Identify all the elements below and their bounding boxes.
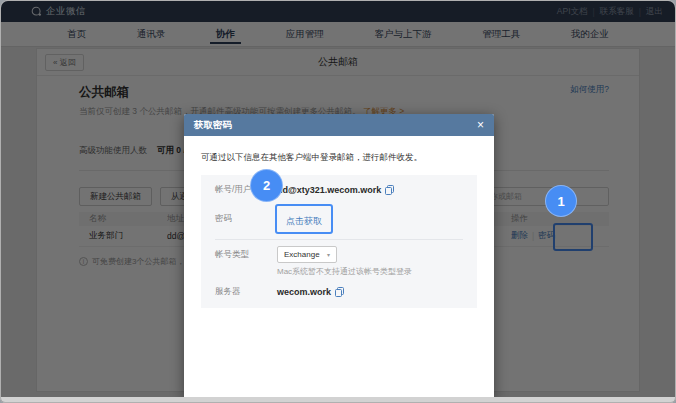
copy-icon[interactable]: [335, 287, 344, 297]
server-row: 服务器 wecom.work: [215, 286, 463, 298]
window-bottom-edge: [1, 397, 675, 402]
account-type-row: 帐号类型 Exchange ▾: [215, 246, 463, 263]
get-password-modal: 获取密码 × 可通过以下信息在其他客户端中登录邮箱，进行邮件收发。 帐号/用户名…: [184, 114, 494, 398]
close-icon[interactable]: ×: [477, 119, 484, 131]
modal-title: 获取密码: [194, 119, 232, 132]
annotation-box-step2: 点击获取: [275, 204, 333, 234]
password-row: 密码 点击获取: [215, 204, 463, 234]
divider: [215, 239, 463, 240]
password-label: 密码: [215, 213, 277, 225]
account-type-dropdown[interactable]: Exchange ▾: [277, 246, 337, 263]
modal-header: 获取密码 ×: [184, 114, 494, 136]
account-type-label: 帐号类型: [215, 249, 277, 261]
server-label: 服务器: [215, 286, 277, 298]
server-value: wecom.work: [277, 287, 331, 297]
annotation-step-2-badge: 2: [250, 169, 283, 202]
modal-intro-text: 可通过以下信息在其他客户端中登录邮箱，进行邮件收发。: [201, 152, 477, 164]
annotation-step-1-badge: 1: [545, 185, 577, 217]
copy-icon[interactable]: [385, 185, 394, 195]
chevron-down-icon: ▾: [327, 251, 330, 258]
mac-support-note: Mac系统暂不支持通过该帐号类型登录: [277, 266, 463, 277]
credentials-panel: 帐号/用户名 dd@xty321.wecom.work 密码: [201, 175, 477, 308]
click-to-get-link[interactable]: 点击获取: [286, 216, 322, 226]
account-type-value: Exchange: [284, 250, 320, 259]
app-window: 企业微信 API文档 | 联系客服 | 退出 首页 通讯录 协作 应用管理 客户…: [0, 0, 676, 403]
account-value: dd@xty321.wecom.work: [277, 185, 381, 195]
modal-body: 可通过以下信息在其他客户端中登录邮箱，进行邮件收发。 帐号/用户名 dd@xty…: [184, 136, 494, 308]
